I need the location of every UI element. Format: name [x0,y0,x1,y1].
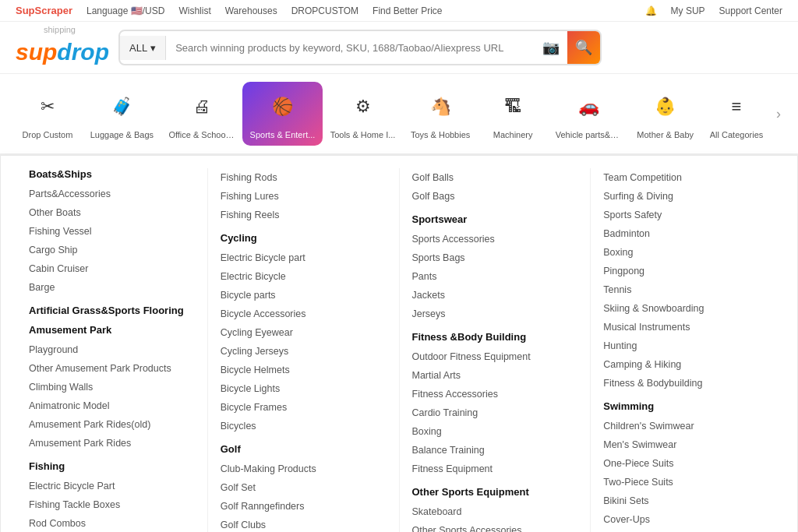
drop-custom-icon: ✂ [29,88,66,125]
mother-baby-icon: 👶 [647,88,684,125]
menu-item[interactable]: Fishing Tackle Boxes [29,495,195,514]
menu-col-1: Boats&ShipsParts&AccessoriesOther BoatsF… [16,168,208,532]
menu-item[interactable]: Skateboard [412,502,578,521]
category-item-machinery[interactable]: 🏗Machinery [478,82,548,146]
menu-item[interactable]: Fishing Reels [221,206,387,224]
menu-item[interactable]: Children's Swimwear [603,417,769,435]
menu-item[interactable]: Bikini Sets [603,491,769,510]
menu-item[interactable]: Bicycle Helmets [221,361,387,379]
menu-item[interactable]: Bicycles [221,417,387,435]
office-school-icon: 🖨 [183,88,221,125]
category-item-office-school[interactable]: 🖨Office & School ... [161,82,242,146]
menu-item[interactable]: Jerseys [412,305,578,323]
support-center-link[interactable]: Support Center [719,5,782,16]
warehouses-link[interactable]: Warehouses [225,5,277,16]
menu-item[interactable]: Fitness & Bodybuilding [603,374,769,393]
menu-item[interactable]: Men's Swimwear [603,435,769,454]
section-header: Swimming [603,400,769,412]
menu-item[interactable]: Fitness Equipment [412,460,578,478]
menu-item[interactable]: Outdoor Fitness Equipment [412,347,578,366]
menu-item[interactable]: Amusement Park Rides [29,434,195,453]
menu-item[interactable]: Electric Bicycle [221,267,387,286]
menu-item[interactable]: Cycling Eyewear [221,323,387,342]
vehicle-parts-icon: 🚗 [570,88,607,125]
search-input[interactable] [166,36,535,60]
find-better-price-link[interactable]: Find Better Price [373,5,442,16]
menu-item[interactable]: Fishing Vessel [29,222,195,241]
menu-item[interactable]: Surfing & Diving [603,187,769,206]
office-school-label: Office & School ... [168,130,235,139]
menu-item[interactable]: Fitness Accessories [412,385,578,403]
menu-item[interactable]: Golf Ranngefinders [221,497,387,516]
menu-item[interactable]: Climbing Walls [29,378,195,396]
menu-item[interactable]: Cardio Training [412,403,578,422]
category-item-luggage-bags[interactable]: 🧳Luggage & Bags [83,82,161,146]
category-item-vehicle-parts[interactable]: 🚗Vehicle parts&A... [548,82,629,146]
menu-item[interactable]: Bicycle Accessories [221,305,387,323]
categories-chevron-right[interactable]: › [772,103,786,125]
menu-item[interactable]: Electric Bicycle Part [29,477,195,495]
supscraper-brand[interactable]: SupScraper [16,5,72,16]
my-sup-link[interactable]: My SUP [671,5,705,16]
menu-item[interactable]: Animatronic Model [29,396,195,415]
category-item-toys-hobbies[interactable]: 🐴Toys & Hobbies [403,82,478,146]
menu-item[interactable]: Pingpong [603,262,769,280]
menu-item[interactable]: Barge [29,278,195,297]
top-bar: SupScraper Language 🇺🇸/USD Wishlist Ware… [0,0,798,22]
menu-item[interactable]: Other Boats [29,203,195,222]
menu-item[interactable]: Musical Instruments [603,318,769,336]
menu-item[interactable]: Amusement Park Rides(old) [29,415,195,434]
menu-item[interactable]: Cover-Ups [603,510,769,529]
menu-item[interactable]: Jackets [412,286,578,305]
menu-item[interactable]: Bicycle Lights [221,379,387,398]
menu-item[interactable]: Sports Bags [412,248,578,267]
menu-item[interactable]: Golf Set [221,478,387,497]
menu-item[interactable]: Sports Accessories [412,230,578,248]
chevron-down-icon: ▾ [150,42,156,54]
menu-item[interactable]: Badminton [603,224,769,243]
camera-search-button[interactable]: 📷 [535,34,567,61]
menu-item[interactable]: Sports Safety [603,206,769,224]
category-item-mother-baby[interactable]: 👶Mother & Baby [629,82,701,146]
menu-item[interactable]: Parts&Accessories [29,185,195,203]
menu-item[interactable]: Golf Clubs [221,516,387,532]
menu-item[interactable]: Fishing Rods [221,168,387,187]
drop-custom-label: Drop Custom [23,130,73,139]
menu-item[interactable]: Cargo Ship [29,241,195,259]
menu-item[interactable]: Camping & Hiking [603,355,769,374]
category-item-drop-custom[interactable]: ✂Drop Custom [12,82,83,146]
menu-item[interactable]: Martial Arts [412,366,578,385]
language-selector[interactable]: Language 🇺🇸/USD [87,5,164,16]
menu-item[interactable]: Bicycle Frames [221,398,387,417]
menu-item[interactable]: Tennis [603,280,769,299]
search-button[interactable]: 🔍 [567,31,600,64]
menu-item[interactable]: Hunting [603,336,769,355]
wishlist-link[interactable]: Wishlist [178,5,210,16]
search-category-selector[interactable]: ALL ▾ [120,36,166,60]
menu-item[interactable]: Balance Training [412,441,578,460]
menu-item[interactable]: Cycling Jerseys [221,342,387,361]
menu-item[interactable]: Pants [412,267,578,286]
menu-item[interactable]: Other Sports Accessories [412,521,578,532]
category-item-all-categories[interactable]: ≡All Categories [701,82,772,146]
dropcustom-link[interactable]: DROPCUSTOM [291,5,358,16]
menu-item[interactable]: Bicycle parts [221,286,387,305]
menu-item[interactable]: Skiing & Snowboarding [603,299,769,318]
menu-item[interactable]: Other Amusement Park Products [29,359,195,378]
menu-item[interactable]: Club-Making Products [221,460,387,478]
section-header: Amusement Park [29,324,195,336]
menu-item[interactable]: One-Piece Suits [603,454,769,473]
category-item-sports-entert[interactable]: 🏀Sports & Entert... [242,82,323,146]
menu-item[interactable]: Golf Bags [412,187,578,206]
menu-item[interactable]: Fishing Lures [221,187,387,206]
menu-item[interactable]: Playground [29,340,195,359]
category-item-tools-home[interactable]: ⚙Tools & Home I... [323,82,403,146]
menu-item[interactable]: Cabin Cruiser [29,259,195,278]
menu-item[interactable]: Two-Piece Suits [603,473,769,491]
menu-item[interactable]: Team Competition [603,168,769,187]
menu-item[interactable]: Boxing [412,422,578,441]
menu-item[interactable]: Boxing [603,243,769,262]
menu-item[interactable]: Golf Balls [412,168,578,187]
menu-item[interactable]: Rod Combos [29,514,195,532]
menu-item[interactable]: Electric Bicycle part [221,248,387,267]
